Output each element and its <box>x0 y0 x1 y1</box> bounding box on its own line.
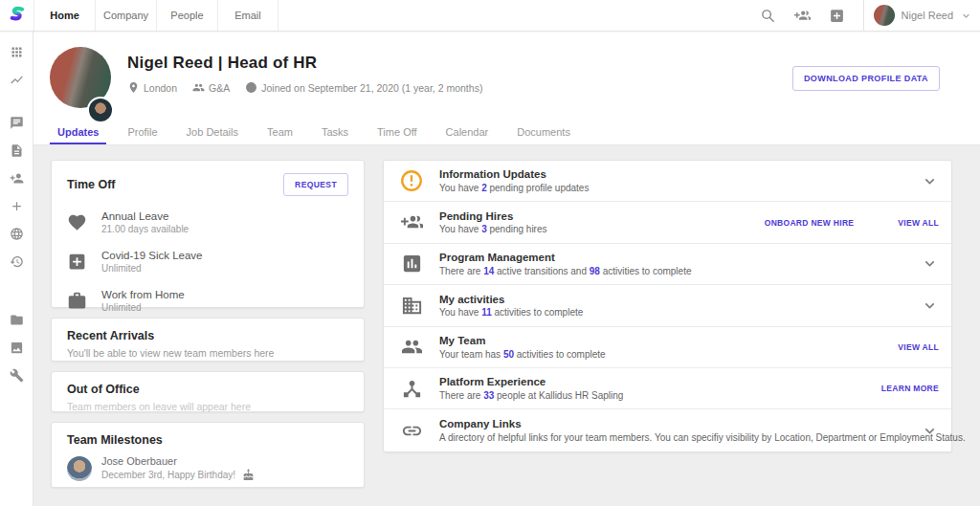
milestone-text: Jose OberbauerDecember 3rd, Happy Birthd… <box>101 455 255 481</box>
user-menu[interactable]: Nigel Reed <box>874 5 980 26</box>
group-add-icon <box>384 211 439 233</box>
time-off-item: Covid-19 Sick LeaveUnlimited <box>67 250 348 274</box>
nav-tab-email[interactable]: Email <box>217 0 278 31</box>
team-milestones-title: Team Milestones <box>67 433 348 447</box>
profile-joined: Joined on September 21, 2020 (1 year, 2 … <box>245 81 482 94</box>
panel-row-my-team[interactable]: My TeamYour team has 50 activities to co… <box>384 327 951 368</box>
nav-tab-company[interactable]: Company <box>95 0 156 31</box>
view-all-link[interactable]: VIEW ALL <box>898 218 939 228</box>
user-name: Nigel Reed <box>902 10 953 21</box>
tab-job-details[interactable]: Job Details <box>172 119 253 144</box>
profile-tabs: UpdatesProfileJob DetailsTeamTasksTime O… <box>43 119 585 144</box>
updates-panel: Information UpdatesYou have 2 pending pr… <box>383 160 952 452</box>
clock-icon <box>245 81 257 94</box>
profile-department: G&A <box>192 81 230 94</box>
globe-icon[interactable] <box>10 227 24 241</box>
panel-row-title: My Team <box>439 335 898 346</box>
tab-tasks[interactable]: Tasks <box>307 119 363 144</box>
briefcase-icon <box>67 291 87 311</box>
recent-arrivals-title: Recent Arrivals <box>67 329 348 342</box>
document-icon[interactable] <box>10 143 24 158</box>
view-all-link[interactable]: VIEW ALL <box>898 342 939 352</box>
people-icon <box>384 336 439 358</box>
subtitle-text: active transitions and <box>494 266 590 276</box>
tab-profile[interactable]: Profile <box>113 119 171 144</box>
panel-row-program-management[interactable]: Program ManagementThere are 14 active tr… <box>384 244 951 285</box>
subtitle-text: people at Kallidus HR Sapling <box>494 390 623 401</box>
profile-avatar-stack[interactable] <box>50 47 113 110</box>
milestone-list: Jose OberbauerDecember 3rd, Happy Birthd… <box>67 455 348 481</box>
tab-documents[interactable]: Documents <box>502 119 585 144</box>
panel-row-title: Program Management <box>439 252 903 263</box>
page-title: Nigel Reed | Head of HR <box>127 54 498 73</box>
chevron-down-icon[interactable] <box>921 172 939 190</box>
time-off-item-text: Work from HomeUnlimited <box>101 289 185 313</box>
tab-time-off[interactable]: Time Off <box>363 119 432 144</box>
chat-icon[interactable] <box>10 116 24 130</box>
person-add-icon[interactable] <box>10 171 24 186</box>
panel-row-platform-experience[interactable]: Platform ExperienceThere are 33 people a… <box>384 368 951 409</box>
history-icon[interactable] <box>10 254 24 269</box>
app-logo[interactable] <box>0 0 33 31</box>
add-box-icon[interactable] <box>829 8 845 24</box>
line-chart-icon[interactable] <box>10 73 24 87</box>
search-icon[interactable] <box>760 8 776 24</box>
panel-row-information-updates[interactable]: Information UpdatesYou have 2 pending pr… <box>384 161 951 202</box>
left-column: Time Off REQUEST Annual Leave21.00 days … <box>51 160 365 497</box>
time-off-item-name: Work from Home <box>101 289 185 300</box>
add-people-icon[interactable] <box>794 8 811 24</box>
folder-icon[interactable] <box>10 313 24 327</box>
subtitle-text: pending hires <box>487 224 547 234</box>
panel-row-subtitle: A directory of helpful links for your te… <box>439 432 903 443</box>
panel-row-company-links[interactable]: Company LinksA directory of helpful link… <box>384 409 951 451</box>
main-area: Nigel Reed | Head of HR London G&A Joine… <box>33 32 980 506</box>
panel-row-my-activities[interactable]: My activitiesYou have 11 activities to c… <box>384 285 951 326</box>
out-of-office-card: Out of Office Team members on leave will… <box>51 371 365 412</box>
department-text: G&A <box>209 82 230 94</box>
time-off-item-detail: Unlimited <box>101 263 202 274</box>
time-off-list: Annual Leave21.00 days availableCovid-19… <box>67 210 348 313</box>
top-bar-actions: Nigel Reed <box>760 0 980 31</box>
apps-grid-icon[interactable] <box>10 45 24 59</box>
count-highlight: 33 <box>483 390 494 401</box>
time-off-item-detail: Unlimited <box>101 302 185 313</box>
tab-updates[interactable]: Updates <box>43 119 113 144</box>
wrench-icon[interactable] <box>10 368 24 383</box>
panel-row-subtitle: There are 14 active transitions and 98 a… <box>439 266 903 276</box>
nav-tab-people[interactable]: People <box>156 0 217 31</box>
time-off-item-text: Annual Leave21.00 days available <box>101 210 189 234</box>
download-profile-data-button[interactable]: DOWNLOAD PROFILE DATA <box>792 66 940 91</box>
milestone-name: Jose Oberbauer <box>101 455 255 467</box>
chevron-down-icon[interactable] <box>921 297 939 315</box>
tab-calendar[interactable]: Calendar <box>432 119 503 144</box>
subtitle-text: activities to complete <box>600 266 692 276</box>
time-off-item: Annual Leave21.00 days available <box>67 210 348 234</box>
side-rail-group <box>10 116 24 282</box>
milestone-item: Jose OberbauerDecember 3rd, Happy Birthd… <box>67 455 348 481</box>
location-pin-icon <box>127 81 140 94</box>
image-icon[interactable] <box>10 341 24 355</box>
nav-tab-home[interactable]: Home <box>33 0 95 31</box>
chevron-down-icon[interactable] <box>921 254 939 273</box>
people-icon <box>192 81 205 94</box>
panel-row-text: Pending HiresYou have 3 pending hires <box>439 210 765 235</box>
chevron-down-icon[interactable] <box>921 422 939 440</box>
profile-location: London <box>127 81 177 94</box>
panel-row-title: Pending Hires <box>439 210 765 222</box>
onboard-new-hire-link[interactable]: ONBOARD NEW HIRE <box>765 218 855 228</box>
subtitle-text: You have <box>439 183 481 193</box>
panel-row-pending-hires[interactable]: Pending HiresYou have 3 pending hiresONB… <box>384 202 951 243</box>
avatar <box>67 456 92 481</box>
link-icon <box>384 420 439 442</box>
tab-team[interactable]: Team <box>253 119 307 144</box>
subtitle-text: There are <box>439 266 483 276</box>
time-off-item-detail: 21.00 days available <box>101 224 189 234</box>
request-button[interactable]: REQUEST <box>283 173 348 196</box>
plus-icon[interactable] <box>10 199 24 213</box>
panel-row-subtitle: You have 2 pending profile updates <box>439 183 903 193</box>
time-off-item-text: Covid-19 Sick LeaveUnlimited <box>101 250 202 274</box>
chevron-down-icon <box>960 10 972 22</box>
learn-more-link[interactable]: LEARN MORE <box>881 384 939 393</box>
panel-row-text: Platform ExperienceThere are 33 people a… <box>439 376 881 401</box>
sapling-logo-icon <box>8 5 26 26</box>
